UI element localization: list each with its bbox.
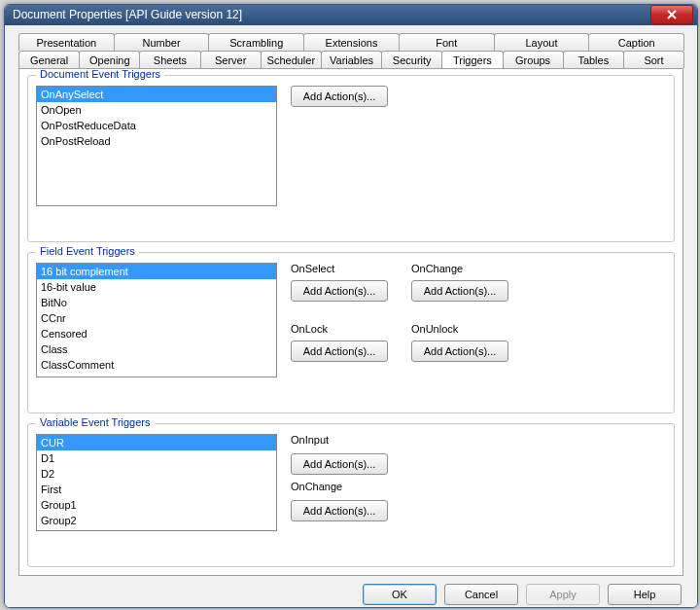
tab-extensions[interactable]: Extensions: [303, 33, 400, 51]
tab-presentation[interactable]: Presentation: [18, 33, 115, 51]
list-item[interactable]: BitNo: [37, 295, 276, 310]
tab-number[interactable]: Number: [114, 33, 210, 51]
onlock-add-actions-button[interactable]: Add Action(s)...: [291, 341, 388, 362]
client-area: Presentation Number Scrambling Extension…: [5, 25, 697, 608]
window-title: Document Properties [API Guide version 1…: [13, 8, 650, 21]
onselect-label: OnSelect: [291, 263, 388, 274]
group-legend: Field Event Triggers: [36, 245, 139, 257]
tab-tables[interactable]: Tables: [563, 51, 624, 68]
var-onchange-add-actions-button[interactable]: Add Action(s)...: [291, 500, 388, 521]
oninput-add-actions-button[interactable]: Add Action(s)...: [291, 453, 388, 475]
list-item[interactable]: First: [37, 482, 276, 497]
group-field-event-triggers: Field Event Triggers 16 bit complement 1…: [27, 252, 675, 413]
onchange-add-actions-button[interactable]: Add Action(s)...: [411, 280, 508, 302]
list-item[interactable]: 16-bit value: [37, 279, 276, 295]
list-item[interactable]: Group2: [37, 513, 276, 528]
close-button[interactable]: [650, 5, 693, 24]
oninput-label: OnInput: [291, 434, 388, 446]
list-item[interactable]: CUR: [37, 435, 276, 450]
list-item[interactable]: OnPostReload: [37, 133, 276, 149]
list-item[interactable]: Classmember: [37, 373, 276, 377]
field-event-list[interactable]: 16 bit complement 16-bit value BitNo CCn…: [36, 263, 277, 377]
tab-sheets[interactable]: Sheets: [139, 51, 200, 68]
list-item[interactable]: Class: [37, 341, 276, 357]
ok-button[interactable]: OK: [363, 584, 437, 605]
tab-caption[interactable]: Caption: [588, 33, 684, 51]
doc-event-list[interactable]: OnAnySelect OnOpen OnPostReduceData OnPo…: [36, 86, 277, 206]
tab-opening[interactable]: Opening: [79, 51, 140, 68]
tab-strip: Presentation Number Scrambling Extension…: [11, 31, 691, 68]
tab-font[interactable]: Font: [399, 33, 495, 51]
list-item[interactable]: OnAnySelect: [37, 87, 276, 102]
field-actions-grid: OnSelect Add Action(s)... OnChange Add A…: [291, 263, 508, 377]
list-item[interactable]: 16 bit complement: [37, 264, 276, 279]
list-item[interactable]: OnPostReduceData: [37, 118, 276, 133]
tab-scheduler[interactable]: Scheduler: [261, 51, 322, 68]
list-item[interactable]: OnOpen: [37, 102, 276, 118]
list-item[interactable]: D1: [37, 450, 276, 466]
doc-add-actions-button[interactable]: Add Action(s)...: [291, 86, 388, 107]
onunlock-label: OnUnlock: [411, 323, 508, 335]
help-button[interactable]: Help: [608, 584, 682, 605]
tab-server[interactable]: Server: [200, 51, 262, 68]
list-item[interactable]: Censored: [37, 326, 276, 341]
group-document-event-triggers: Document Event Triggers OnAnySelect OnOp…: [27, 75, 675, 242]
onunlock-add-actions-button[interactable]: Add Action(s)...: [411, 341, 508, 362]
list-item[interactable]: Group1: [37, 497, 276, 513]
tab-scrambling[interactable]: Scrambling: [208, 33, 304, 51]
tab-security[interactable]: Security: [381, 51, 442, 68]
tab-layout[interactable]: Layout: [494, 33, 590, 51]
list-item[interactable]: CCnr: [37, 310, 276, 326]
group-legend: Document Event Triggers: [36, 68, 164, 80]
dialog-window: Document Properties [API Guide version 1…: [4, 4, 698, 608]
tab-triggers[interactable]: Triggers: [441, 51, 503, 68]
onchange-label: OnChange: [411, 263, 508, 274]
list-item[interactable]: ClassComment: [37, 357, 276, 373]
cancel-button[interactable]: Cancel: [444, 584, 518, 605]
onlock-label: OnLock: [291, 323, 388, 335]
list-item[interactable]: D2: [37, 466, 276, 482]
apply-button[interactable]: Apply: [526, 584, 600, 605]
tab-row-1: Presentation Number Scrambling Extension…: [18, 33, 683, 51]
dialog-button-row: OK Cancel Apply Help: [11, 576, 691, 605]
tab-general[interactable]: General: [18, 51, 80, 68]
onselect-add-actions-button[interactable]: Add Action(s)...: [291, 280, 388, 302]
tab-groups[interactable]: Groups: [503, 51, 564, 68]
titlebar: Document Properties [API Guide version 1…: [5, 5, 697, 25]
tab-page-triggers: Document Event Triggers OnAnySelect OnOp…: [18, 68, 683, 576]
tab-row-2: General Opening Sheets Server Scheduler …: [18, 51, 683, 68]
group-variable-event-triggers: Variable Event Triggers CUR D1 D2 First …: [27, 423, 675, 567]
var-onchange-label: OnChange: [291, 481, 388, 492]
variable-event-list[interactable]: CUR D1 D2 First Group1 Group2: [36, 434, 277, 531]
tab-variables[interactable]: Variables: [321, 51, 382, 68]
group-legend: Variable Event Triggers: [36, 416, 155, 428]
tab-sort[interactable]: Sort: [623, 51, 684, 68]
close-icon: [667, 10, 677, 19]
